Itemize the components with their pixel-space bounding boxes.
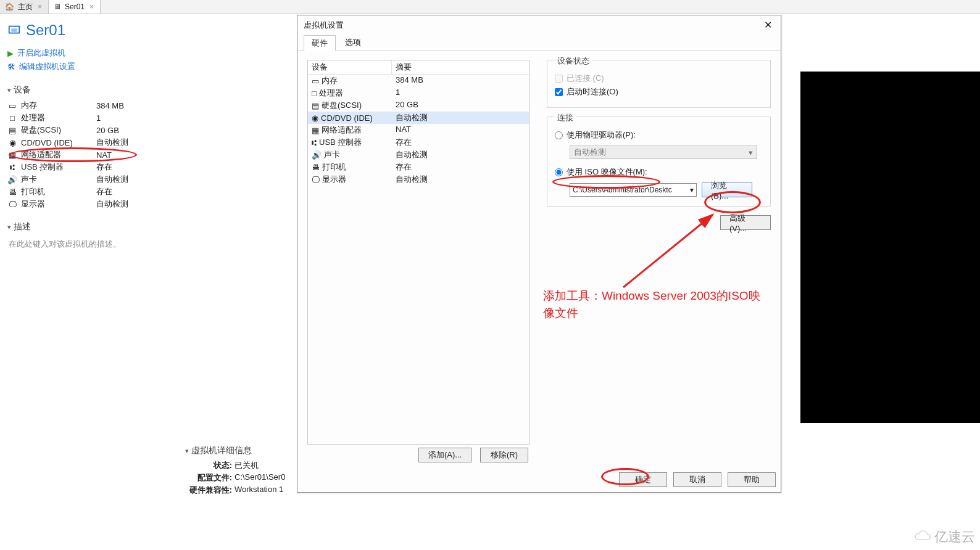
device-row[interactable]: ▦网络适配器NAT xyxy=(7,149,285,161)
hw-name: USB 控制器 xyxy=(319,137,362,148)
hw-value: NAT xyxy=(392,125,529,136)
tab-vm[interactable]: 🖥 Ser01 × xyxy=(49,0,101,14)
hardware-row[interactable]: □处理器1 xyxy=(308,87,529,99)
hw-value: 存在 xyxy=(392,137,529,148)
add-button[interactable]: 添加(A)... xyxy=(418,448,471,462)
hardware-row[interactable]: ▭内存384 MB xyxy=(308,75,529,87)
usb-icon: ⑆ xyxy=(312,138,317,147)
chevron-down-icon: ▾ xyxy=(185,447,189,455)
play-icon: ▶ xyxy=(7,49,14,58)
iso-path-combo[interactable]: C:\Users\Administrator\Desktc ▾ xyxy=(570,183,697,197)
remove-button[interactable]: 移除(R) xyxy=(480,448,528,462)
tab-hardware[interactable]: 硬件 xyxy=(304,35,336,51)
device-value: 384 MB xyxy=(96,101,285,110)
device-name: CD/DVD (IDE) xyxy=(17,138,96,147)
description-placeholder[interactable]: 在此处键入对该虚拟机的描述。 xyxy=(7,236,285,250)
memory-icon: ▭ xyxy=(312,76,319,86)
device-row[interactable]: ▭内存384 MB xyxy=(7,99,285,112)
chevron-down-icon: ▾ xyxy=(690,186,694,194)
hw-name: 声卡 xyxy=(324,149,340,160)
usb-icon: ⑆ xyxy=(7,163,17,172)
device-row[interactable]: □处理器1 xyxy=(7,112,285,124)
devices-section[interactable]: ▾ 设备 xyxy=(7,84,285,96)
hardware-row[interactable]: 🖶打印机存在 xyxy=(308,161,529,173)
hardware-row[interactable]: 🖵显示器自动检测 xyxy=(308,173,529,186)
device-value: 自动检测 xyxy=(96,199,285,210)
hardware-row[interactable]: ▤硬盘(SCSI)20 GB xyxy=(308,99,529,112)
printer-icon: 🖶 xyxy=(7,187,17,197)
hdd-icon: ▤ xyxy=(312,101,319,110)
tab-options[interactable]: 选项 xyxy=(337,35,369,51)
device-name: 显示器 xyxy=(17,199,96,210)
cd-icon: ◉ xyxy=(7,138,17,147)
device-name: 硬盘(SCSI) xyxy=(17,125,96,136)
cancel-button[interactable]: 取消 xyxy=(673,472,721,487)
dialog-titlebar: 虚拟机设置 ✕ xyxy=(297,15,781,35)
connected-checkbox: 已连接 (C) xyxy=(555,72,763,85)
hw-name: 显示器 xyxy=(322,174,346,185)
hw-value: 存在 xyxy=(392,162,529,173)
help-button[interactable]: 帮助 xyxy=(728,472,776,487)
hw-value: 384 MB xyxy=(392,75,529,86)
hw-name: 打印机 xyxy=(322,162,346,173)
tab-home[interactable]: 🏠 主页 × xyxy=(0,0,49,14)
printer-icon: 🖶 xyxy=(312,163,320,172)
device-name: 声卡 xyxy=(17,174,96,185)
sound-icon: 🔊 xyxy=(7,175,17,184)
chevron-down-icon: ▾ xyxy=(749,148,753,157)
annotation-text: 添加工具：Windows Server 2003的ISO映像文件 xyxy=(543,287,765,321)
ok-button[interactable]: 确定 xyxy=(619,472,667,487)
device-name: 网络适配器 xyxy=(17,149,96,160)
net-icon: ▦ xyxy=(312,126,319,135)
device-row[interactable]: ◉CD/DVD (IDE)自动检测 xyxy=(7,136,285,149)
hw-value: 自动检测 xyxy=(392,112,529,123)
device-row[interactable]: 🔊声卡自动检测 xyxy=(7,173,285,186)
tab-vm-label: Ser01 xyxy=(65,2,85,11)
connect-on-start-checkbox[interactable]: 启动时连接(O) xyxy=(555,85,763,99)
hardware-row[interactable]: ⑆USB 控制器存在 xyxy=(308,136,529,149)
device-row[interactable]: 🖵显示器自动检测 xyxy=(7,198,285,210)
cloud-icon xyxy=(911,530,932,544)
display-icon: 🖵 xyxy=(312,175,320,184)
vm-title-icon xyxy=(7,23,21,37)
cpu-icon: □ xyxy=(7,113,17,123)
fieldset-title: 连接 xyxy=(555,112,576,123)
workspace-tabbar: 🏠 主页 × 🖥 Ser01 × xyxy=(0,0,980,14)
device-row[interactable]: 🖶打印机存在 xyxy=(7,186,285,198)
close-icon[interactable]: ✕ xyxy=(761,19,774,31)
edit-settings-link[interactable]: 🛠 编辑虚拟机设置 xyxy=(7,60,285,73)
cpu-icon: □ xyxy=(312,89,317,98)
device-name: 处理器 xyxy=(17,112,96,123)
chevron-down-icon: ▾ xyxy=(7,223,11,231)
hw-value: 1 xyxy=(392,88,529,99)
hw-name: 处理器 xyxy=(319,88,343,99)
device-value: 存在 xyxy=(96,162,285,173)
description-section[interactable]: ▾ 描述 xyxy=(7,221,285,232)
device-row[interactable]: ⑆USB 控制器存在 xyxy=(7,161,285,173)
sound-icon: 🔊 xyxy=(312,150,322,160)
close-icon[interactable]: × xyxy=(88,2,95,11)
power-on-link[interactable]: ▶ 开启此虚拟机 xyxy=(7,46,285,60)
hardware-row[interactable]: 🔊声卡自动检测 xyxy=(308,149,529,161)
advanced-button[interactable]: 高级(V)... xyxy=(720,215,771,230)
device-value: 自动检测 xyxy=(96,174,285,185)
device-name: 打印机 xyxy=(17,186,96,197)
wrench-icon: 🛠 xyxy=(7,62,15,72)
devices-table: ▭内存384 MB□处理器1▤硬盘(SCSI)20 GB◉CD/DVD (IDE… xyxy=(7,99,285,210)
physical-drive-select: 自动检测 ▾ xyxy=(570,146,757,159)
close-icon[interactable]: × xyxy=(36,2,43,11)
hw-value: 20 GB xyxy=(392,100,529,111)
vm-console-preview xyxy=(800,72,980,423)
device-row[interactable]: ▤硬盘(SCSI)20 GB xyxy=(7,124,285,136)
hw-name: 网络适配器 xyxy=(322,125,362,136)
use-iso-radio[interactable]: 使用 ISO 映像文件(M): xyxy=(555,165,763,179)
tab-home-label: 主页 xyxy=(18,2,33,12)
device-value: NAT xyxy=(96,150,285,160)
device-detail-pane: 设备状态 已连接 (C) 启动时连接(O) 连接 xyxy=(547,60,771,445)
config-key: 配置文件: xyxy=(185,472,235,483)
hardware-row[interactable]: ◉CD/DVD (IDE)自动检测 xyxy=(308,112,529,124)
device-value: 存在 xyxy=(96,186,285,197)
browse-button[interactable]: 浏览(B)... xyxy=(702,183,752,197)
hardware-row[interactable]: ▦网络适配器NAT xyxy=(308,124,529,136)
use-physical-radio[interactable]: 使用物理驱动器(P): xyxy=(555,128,763,142)
